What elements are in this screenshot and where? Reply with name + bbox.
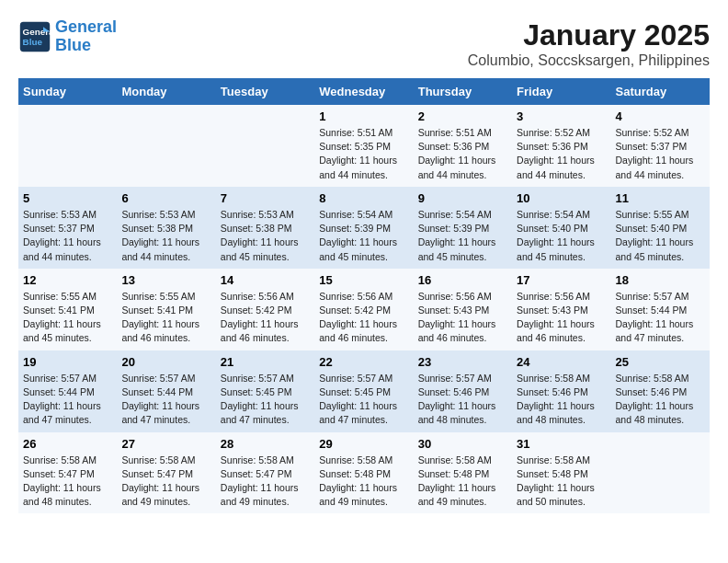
calendar-cell: 4Sunrise: 5:52 AM Sunset: 5:37 PM Daylig…	[611, 105, 710, 187]
logo-icon: General Blue	[18, 20, 51, 53]
day-number: 11	[616, 191, 705, 205]
calendar-week-row: 12Sunrise: 5:55 AM Sunset: 5:41 PM Dayli…	[18, 269, 710, 350]
day-info: Sunrise: 5:57 AM Sunset: 5:45 PM Dayligh…	[319, 372, 408, 428]
calendar-cell: 13Sunrise: 5:55 AM Sunset: 5:41 PM Dayli…	[117, 269, 215, 350]
day-number: 15	[319, 273, 408, 287]
day-info: Sunrise: 5:54 AM Sunset: 5:39 PM Dayligh…	[418, 208, 507, 264]
header-tuesday: Tuesday	[216, 78, 314, 105]
calendar-cell: 3Sunrise: 5:52 AM Sunset: 5:36 PM Daylig…	[512, 105, 610, 187]
logo-text: General Blue	[55, 18, 117, 55]
calendar-cell: 23Sunrise: 5:57 AM Sunset: 5:46 PM Dayli…	[414, 350, 512, 432]
day-info: Sunrise: 5:53 AM Sunset: 5:38 PM Dayligh…	[221, 208, 310, 264]
day-info: Sunrise: 5:58 AM Sunset: 5:48 PM Dayligh…	[418, 454, 507, 510]
calendar-cell: 14Sunrise: 5:56 AM Sunset: 5:42 PM Dayli…	[216, 269, 314, 350]
calendar-cell: 5Sunrise: 5:53 AM Sunset: 5:37 PM Daylig…	[18, 187, 117, 269]
day-info: Sunrise: 5:55 AM Sunset: 5:40 PM Dayligh…	[616, 208, 705, 264]
calendar-cell: 10Sunrise: 5:54 AM Sunset: 5:40 PM Dayli…	[512, 187, 610, 269]
calendar-cell: 22Sunrise: 5:57 AM Sunset: 5:45 PM Dayli…	[314, 350, 413, 432]
day-number: 28	[221, 437, 310, 451]
calendar-week-row: 19Sunrise: 5:57 AM Sunset: 5:44 PM Dayli…	[18, 350, 710, 432]
day-info: Sunrise: 5:55 AM Sunset: 5:41 PM Dayligh…	[23, 290, 112, 346]
day-info: Sunrise: 5:58 AM Sunset: 5:48 PM Dayligh…	[319, 454, 408, 510]
calendar-week-row: 5Sunrise: 5:53 AM Sunset: 5:37 PM Daylig…	[18, 187, 710, 269]
day-info: Sunrise: 5:54 AM Sunset: 5:40 PM Dayligh…	[517, 208, 606, 264]
calendar-cell: 2Sunrise: 5:51 AM Sunset: 5:36 PM Daylig…	[414, 105, 512, 187]
day-info: Sunrise: 5:51 AM Sunset: 5:35 PM Dayligh…	[319, 126, 408, 182]
day-number: 6	[121, 191, 210, 205]
calendar-cell: 26Sunrise: 5:58 AM Sunset: 5:47 PM Dayli…	[18, 432, 117, 514]
day-number: 12	[23, 273, 112, 287]
day-number: 21	[221, 355, 310, 369]
day-number: 16	[418, 273, 507, 287]
day-number: 5	[23, 191, 112, 205]
calendar-cell: 18Sunrise: 5:57 AM Sunset: 5:44 PM Dayli…	[611, 269, 710, 350]
day-info: Sunrise: 5:58 AM Sunset: 5:46 PM Dayligh…	[517, 372, 606, 428]
calendar-cell: 15Sunrise: 5:56 AM Sunset: 5:42 PM Dayli…	[314, 269, 413, 350]
calendar-cell: 17Sunrise: 5:56 AM Sunset: 5:43 PM Dayli…	[512, 269, 610, 350]
calendar-cell: 7Sunrise: 5:53 AM Sunset: 5:38 PM Daylig…	[216, 187, 314, 269]
calendar-week-row: 1Sunrise: 5:51 AM Sunset: 5:35 PM Daylig…	[18, 105, 710, 187]
svg-text:Blue: Blue	[23, 37, 43, 47]
day-number: 4	[616, 109, 705, 123]
day-number: 13	[121, 273, 210, 287]
calendar-cell: 9Sunrise: 5:54 AM Sunset: 5:39 PM Daylig…	[414, 187, 512, 269]
day-info: Sunrise: 5:58 AM Sunset: 5:47 PM Dayligh…	[221, 454, 310, 510]
day-info: Sunrise: 5:57 AM Sunset: 5:45 PM Dayligh…	[221, 372, 310, 428]
calendar-cell: 1Sunrise: 5:51 AM Sunset: 5:35 PM Daylig…	[314, 105, 413, 187]
day-info: Sunrise: 5:56 AM Sunset: 5:43 PM Dayligh…	[517, 290, 606, 346]
day-info: Sunrise: 5:57 AM Sunset: 5:44 PM Dayligh…	[616, 290, 705, 346]
day-info: Sunrise: 5:56 AM Sunset: 5:42 PM Dayligh…	[221, 290, 310, 346]
calendar-cell	[216, 105, 314, 187]
calendar-cell: 24Sunrise: 5:58 AM Sunset: 5:46 PM Dayli…	[512, 350, 610, 432]
day-number: 30	[418, 437, 507, 451]
day-info: Sunrise: 5:52 AM Sunset: 5:36 PM Dayligh…	[517, 126, 606, 182]
calendar-cell: 20Sunrise: 5:57 AM Sunset: 5:44 PM Dayli…	[117, 350, 215, 432]
calendar-cell: 21Sunrise: 5:57 AM Sunset: 5:45 PM Dayli…	[216, 350, 314, 432]
day-number: 14	[221, 273, 310, 287]
day-info: Sunrise: 5:52 AM Sunset: 5:37 PM Dayligh…	[616, 126, 705, 182]
day-number: 10	[517, 191, 606, 205]
calendar-cell: 30Sunrise: 5:58 AM Sunset: 5:48 PM Dayli…	[414, 432, 512, 514]
calendar-week-row: 26Sunrise: 5:58 AM Sunset: 5:47 PM Dayli…	[18, 432, 710, 514]
calendar-cell: 28Sunrise: 5:58 AM Sunset: 5:47 PM Dayli…	[216, 432, 314, 514]
day-info: Sunrise: 5:51 AM Sunset: 5:36 PM Dayligh…	[418, 126, 507, 182]
header-sunday: Sunday	[18, 78, 117, 105]
day-info: Sunrise: 5:58 AM Sunset: 5:46 PM Dayligh…	[616, 372, 705, 428]
day-info: Sunrise: 5:55 AM Sunset: 5:41 PM Dayligh…	[121, 290, 210, 346]
day-info: Sunrise: 5:57 AM Sunset: 5:46 PM Dayligh…	[418, 372, 507, 428]
calendar-cell: 25Sunrise: 5:58 AM Sunset: 5:46 PM Dayli…	[611, 350, 710, 432]
day-number: 24	[517, 355, 606, 369]
calendar-cell: 31Sunrise: 5:58 AM Sunset: 5:48 PM Dayli…	[512, 432, 610, 514]
header-saturday: Saturday	[611, 78, 710, 105]
day-number: 7	[221, 191, 310, 205]
day-number: 9	[418, 191, 507, 205]
header-monday: Monday	[117, 78, 215, 105]
day-info: Sunrise: 5:58 AM Sunset: 5:47 PM Dayligh…	[121, 454, 210, 510]
page-subtitle: Columbio, Soccsksargen, Philippines	[468, 52, 710, 69]
title-block: January 2025 Columbio, Soccsksargen, Phi…	[468, 18, 710, 69]
day-number: 2	[418, 109, 507, 123]
svg-text:General: General	[23, 27, 52, 37]
day-number: 25	[616, 355, 705, 369]
day-info: Sunrise: 5:56 AM Sunset: 5:42 PM Dayligh…	[319, 290, 408, 346]
header-friday: Friday	[512, 78, 610, 105]
calendar-cell	[611, 432, 710, 514]
calendar-table: SundayMondayTuesdayWednesdayThursdayFrid…	[18, 78, 710, 513]
day-number: 26	[23, 437, 112, 451]
day-number: 31	[517, 437, 606, 451]
day-info: Sunrise: 5:58 AM Sunset: 5:48 PM Dayligh…	[517, 454, 606, 510]
logo: General Blue General Blue	[18, 18, 117, 55]
calendar-cell: 6Sunrise: 5:53 AM Sunset: 5:38 PM Daylig…	[117, 187, 215, 269]
day-number: 23	[418, 355, 507, 369]
header-wednesday: Wednesday	[314, 78, 413, 105]
day-info: Sunrise: 5:53 AM Sunset: 5:38 PM Dayligh…	[121, 208, 210, 264]
day-info: Sunrise: 5:57 AM Sunset: 5:44 PM Dayligh…	[121, 372, 210, 428]
calendar-cell: 29Sunrise: 5:58 AM Sunset: 5:48 PM Dayli…	[314, 432, 413, 514]
day-info: Sunrise: 5:56 AM Sunset: 5:43 PM Dayligh…	[418, 290, 507, 346]
day-info: Sunrise: 5:54 AM Sunset: 5:39 PM Dayligh…	[319, 208, 408, 264]
calendar-cell: 27Sunrise: 5:58 AM Sunset: 5:47 PM Dayli…	[117, 432, 215, 514]
calendar-cell: 19Sunrise: 5:57 AM Sunset: 5:44 PM Dayli…	[18, 350, 117, 432]
day-info: Sunrise: 5:57 AM Sunset: 5:44 PM Dayligh…	[23, 372, 112, 428]
day-info: Sunrise: 5:53 AM Sunset: 5:37 PM Dayligh…	[23, 208, 112, 264]
calendar-cell	[117, 105, 215, 187]
